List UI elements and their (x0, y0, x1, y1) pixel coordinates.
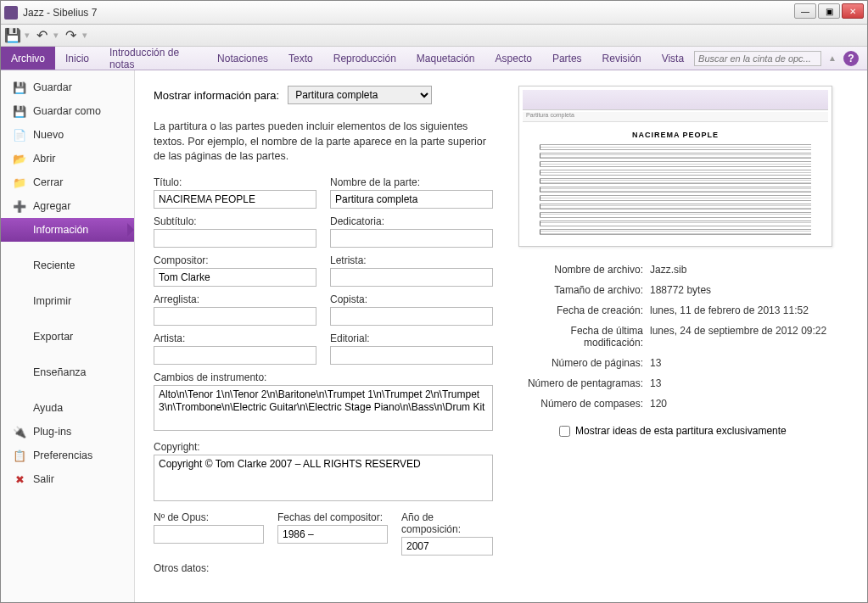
save-icon: 💾 (13, 81, 26, 94)
staff-line (540, 204, 811, 209)
sidebar-item-exportar[interactable]: Exportar (1, 325, 134, 349)
staff-line (540, 153, 811, 159)
qat-sep: ▾ (25, 30, 30, 41)
sidebar-label: Exportar (33, 331, 73, 343)
subtitulo-label: Subtítulo: (154, 215, 316, 227)
tab-introduccion[interactable]: Introducción de notas (99, 47, 207, 70)
arreglista-input[interactable] (154, 307, 316, 326)
copista-input[interactable] (330, 307, 493, 326)
tab-archivo[interactable]: Archivo (1, 47, 55, 70)
sidebar-label: Agregar (33, 200, 70, 212)
sidebar-item-agregar[interactable]: ➕Agregar (1, 194, 134, 218)
save-icon[interactable]: 💾 (6, 29, 20, 42)
cambios-label: Cambios de instrumento: (154, 371, 493, 383)
titulo-label: Título: (154, 176, 316, 188)
staff-line (540, 144, 811, 150)
sidebar-label: Abrir (33, 153, 55, 165)
add-icon: ➕ (13, 199, 26, 213)
help-icon[interactable]: ? (843, 51, 859, 66)
exclusive-ideas-label: Mostrar ideas de esta partitura exclusiv… (575, 425, 787, 437)
meta-label: Número de páginas: (518, 357, 650, 369)
meta-value: 188772 bytes (650, 284, 711, 296)
titulo-input[interactable] (154, 190, 316, 209)
meta-row: Tamaño de archivo:188772 bytes (518, 284, 848, 296)
dedicatoria-label: Dedicatoria: (330, 215, 493, 227)
window-title: Jazz - Sibelius 7 (23, 7, 97, 19)
meta-label: Fecha de creación: (518, 304, 650, 316)
tab-partes[interactable]: Partes (542, 47, 592, 70)
preview-tabbar: Partitura completa (523, 112, 828, 122)
copyright-input[interactable] (154, 455, 493, 501)
staff-line (540, 221, 811, 226)
exclusive-ideas-checkbox[interactable] (559, 426, 570, 437)
meta-value: lunes, 24 de septiembre de 2012 09:22 (650, 325, 826, 349)
sidebar-item-reciente[interactable]: Reciente (1, 254, 134, 277)
sidebar-item-nuevo[interactable]: 📄Nuevo (1, 123, 134, 147)
show-for-label: Mostrar información para: (154, 89, 279, 102)
meta-row: Número de compases:120 (518, 398, 848, 410)
meta-label: Nombre de archivo: (518, 264, 650, 276)
close-button[interactable]: ✕ (842, 3, 864, 19)
tab-texto[interactable]: Texto (278, 47, 323, 70)
search-input[interactable] (694, 51, 821, 66)
collapse-ribbon-icon[interactable]: ▲ (825, 53, 840, 63)
meta-label: Número de pentagramas: (518, 377, 650, 389)
tab-notaciones[interactable]: Notaciones (207, 47, 278, 70)
staff-line (540, 229, 811, 235)
maximize-button[interactable]: ▣ (818, 3, 840, 19)
sidebar-label: Reciente (33, 260, 75, 271)
tab-vista[interactable]: Vista (652, 47, 694, 70)
tab-aspecto[interactable]: Aspecto (485, 47, 542, 70)
copista-label: Copista: (330, 293, 493, 305)
artista-input[interactable] (154, 346, 316, 365)
file-sidebar: 💾Guardar 💾Guardar como 📄Nuevo 📂Abrir 📁Ce… (1, 70, 135, 602)
staff-line (540, 161, 811, 167)
sidebar-item-guardar-como[interactable]: 💾Guardar como (1, 99, 134, 123)
sidebar-item-abrir[interactable]: 📂Abrir (1, 147, 134, 170)
sidebar-item-ensenanza[interactable]: Enseñanza (1, 360, 134, 384)
sidebar-label: Cerrar (33, 176, 63, 188)
sidebar-item-salir[interactable]: ✖Salir (1, 467, 134, 491)
compositor-label: Compositor: (154, 254, 316, 266)
editorial-input[interactable] (330, 346, 493, 365)
opus-label: Nº de Opus: (154, 511, 264, 523)
meta-row: Número de páginas:13 (518, 357, 848, 369)
sidebar-label: Nuevo (33, 129, 64, 141)
main-panel: Mostrar información para: Partitura comp… (135, 70, 867, 602)
minimize-button[interactable]: — (794, 3, 816, 19)
sidebar-item-plugins[interactable]: 🔌Plug-ins (1, 420, 134, 444)
arreglista-label: Arreglista: (154, 293, 316, 305)
tab-revision[interactable]: Revisión (592, 47, 652, 70)
tab-maquetacion[interactable]: Maquetación (406, 47, 485, 70)
content: 💾Guardar 💾Guardar como 📄Nuevo 📂Abrir 📁Ce… (1, 70, 867, 602)
score-preview: Partitura completa NACIREMA PEOPLE (518, 86, 832, 247)
nombre-parte-input[interactable] (330, 190, 493, 209)
sidebar-item-ayuda[interactable]: Ayuda (1, 396, 134, 420)
tab-inicio[interactable]: Inicio (55, 47, 99, 70)
show-for-select[interactable]: Partitura completa (288, 86, 432, 104)
show-for-row: Mostrar información para: Partitura comp… (154, 86, 493, 104)
sidebar-item-preferencias[interactable]: 📋Preferencias (1, 444, 134, 467)
sidebar-item-informacion[interactable]: Información (1, 218, 134, 242)
sidebar-label: Ayuda (33, 402, 63, 414)
fechas-comp-input[interactable] (277, 525, 388, 544)
window-controls: — ▣ ✕ (794, 3, 864, 19)
preview-toolbar (523, 90, 828, 110)
anio-input[interactable] (401, 537, 493, 556)
redo-icon[interactable]: ↷ (64, 29, 77, 42)
save-as-icon: 💾 (13, 104, 26, 118)
meta-row: Fecha de última modificación:lunes, 24 d… (518, 325, 848, 349)
cambios-input[interactable] (154, 385, 493, 432)
anio-label: Año de composición: (401, 511, 493, 535)
letrista-input[interactable] (330, 268, 493, 287)
dedicatoria-input[interactable] (330, 229, 493, 248)
sidebar-item-imprimir[interactable]: Imprimir (1, 289, 134, 313)
form-description: La partitura o las partes pueden incluir… (154, 120, 493, 165)
sidebar-item-guardar[interactable]: 💾Guardar (1, 75, 134, 99)
compositor-input[interactable] (154, 268, 316, 287)
undo-icon[interactable]: ↶ (35, 29, 48, 42)
subtitulo-input[interactable] (154, 229, 316, 248)
sidebar-item-cerrar[interactable]: 📁Cerrar (1, 170, 134, 194)
opus-input[interactable] (154, 525, 264, 544)
tab-reproduccion[interactable]: Reproducción (323, 47, 406, 70)
